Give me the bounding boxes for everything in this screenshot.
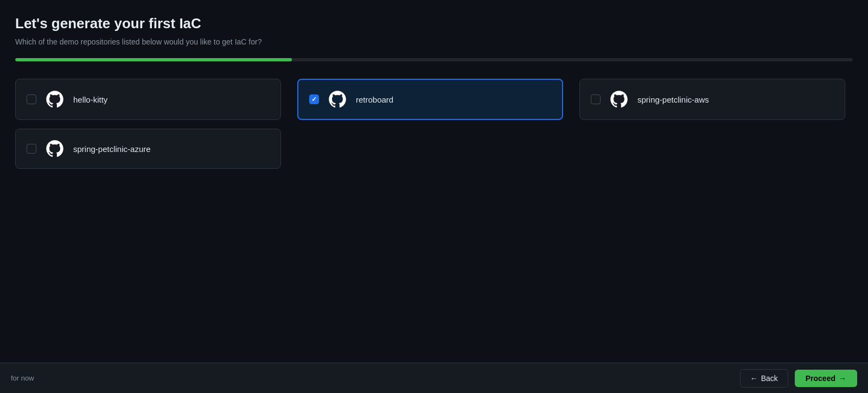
back-arrow-icon [750,374,758,383]
page-title: Let's generate your first IaC [15,15,853,32]
bottom-bar: for now Back Proceed [0,363,868,393]
proceed-button[interactable]: Proceed [795,370,857,387]
checkbox-hello-kitty[interactable] [27,94,36,104]
github-icon-retroboard [328,90,347,109]
repo-name-retroboard: retroboard [356,95,393,104]
proceed-arrow-icon [839,374,846,383]
repo-grid-row2: spring-petclinic-azure [15,129,853,169]
back-button[interactable]: Back [740,369,788,388]
github-icon-spring-petclinic-azure [45,139,65,159]
bottom-right-controls: Back Proceed [740,369,857,388]
repo-card-hello-kitty[interactable]: hello-kitty [15,79,281,120]
progress-bar-fill [15,58,292,61]
repo-name-spring-petclinic-azure: spring-petclinic-azure [73,144,151,154]
proceed-button-label: Proceed [806,374,835,383]
back-button-label: Back [761,374,778,383]
repo-name-hello-kitty: hello-kitty [73,95,107,104]
progress-bar-container [15,58,853,61]
github-icon-spring-petclinic-aws [609,90,629,109]
checkbox-retroboard[interactable] [309,94,319,104]
repo-grid-row1: hello-kitty retroboard spring-petclinic-… [15,79,853,120]
repo-name-spring-petclinic-aws: spring-petclinic-aws [637,95,709,104]
repo-card-spring-petclinic-aws[interactable]: spring-petclinic-aws [579,79,845,120]
main-content: Let's generate your first IaC Which of t… [0,0,868,212]
checkbox-spring-petclinic-azure[interactable] [27,144,36,154]
footer-left-text: for now [11,374,34,382]
repo-card-spring-petclinic-azure[interactable]: spring-petclinic-azure [15,129,281,169]
checkbox-spring-petclinic-aws[interactable] [591,94,601,104]
page-subtitle: Which of the demo repositories listed be… [15,37,853,46]
github-icon-hello-kitty [45,90,65,109]
repo-card-retroboard[interactable]: retroboard [297,79,563,120]
